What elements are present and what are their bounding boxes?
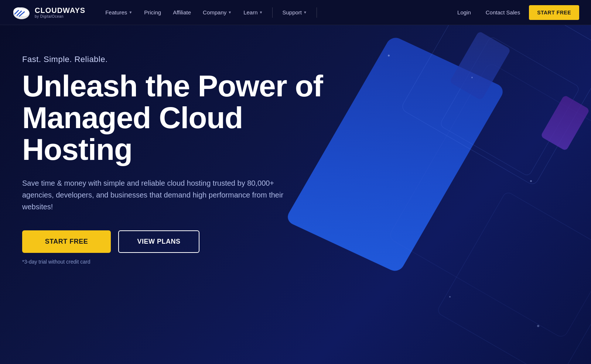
cloudways-logo-icon <box>12 4 31 21</box>
nav-contact-sales[interactable]: Contact Sales <box>480 6 526 18</box>
hex-outline-2 <box>439 36 580 177</box>
learn-chevron-icon: ▼ <box>259 10 263 14</box>
nav-support[interactable]: Support ▼ <box>277 6 312 18</box>
nav-divider-left <box>272 7 273 18</box>
hero-section: Fast. Simple. Reliable. Unleash the Powe… <box>0 25 591 364</box>
dot-5 <box>537 325 539 327</box>
logo-brand-name: CLOUDWAYS <box>35 6 85 14</box>
features-chevron-icon: ▼ <box>129 10 132 14</box>
logo[interactable]: CLOUDWAYS by DigitalOcean <box>12 4 85 21</box>
hero-cta-buttons: START FREE VIEW PLANS <box>22 230 323 253</box>
hero-description: Save time & money with simple and reliab… <box>22 177 288 213</box>
nav-start-free-button[interactable]: START FREE <box>529 5 579 20</box>
nav-login[interactable]: Login <box>451 6 477 18</box>
small-shape-1 <box>450 31 511 101</box>
nav-learn[interactable]: Learn ▼ <box>238 6 268 18</box>
nav-company[interactable]: Company ▼ <box>198 6 237 18</box>
dot-4 <box>449 296 451 298</box>
hero-title: Unleash the Power of Managed Cloud Hosti… <box>22 70 323 165</box>
dot-2 <box>471 77 473 78</box>
hero-tagline: Fast. Simple. Reliable. <box>22 55 323 64</box>
hero-trial-note: *3-day trial without credit card <box>22 259 323 265</box>
nav-pricing[interactable]: Pricing <box>139 6 166 18</box>
hero-view-plans-button[interactable]: VIEW PLANS <box>118 230 199 253</box>
nav-divider-right <box>317 7 317 18</box>
hero-start-free-button[interactable]: START FREE <box>22 230 111 253</box>
company-chevron-icon: ▼ <box>228 10 232 14</box>
hero-content: Fast. Simple. Reliable. Unleash the Powe… <box>22 55 323 265</box>
nav-right-actions: Login Contact Sales START FREE <box>451 5 579 20</box>
hex-outline-1 <box>400 25 591 186</box>
navbar: CLOUDWAYS by DigitalOcean Features ▼ Pri… <box>0 0 591 25</box>
logo-text: CLOUDWAYS by DigitalOcean <box>35 6 85 18</box>
support-chevron-icon: ▼ <box>303 10 307 14</box>
purple-shape <box>540 95 590 151</box>
logo-sub-text: by DigitalOcean <box>35 14 85 18</box>
hex-outline-3 <box>436 190 591 364</box>
hex-outline-4 <box>387 62 591 339</box>
nav-features[interactable]: Features ▼ <box>100 6 137 18</box>
nav-links: Features ▼ Pricing Affiliate Company ▼ L… <box>100 6 451 18</box>
dot-1 <box>388 55 390 56</box>
nav-affiliate[interactable]: Affiliate <box>168 6 196 18</box>
svg-point-2 <box>20 9 29 16</box>
dot-3 <box>530 180 532 182</box>
